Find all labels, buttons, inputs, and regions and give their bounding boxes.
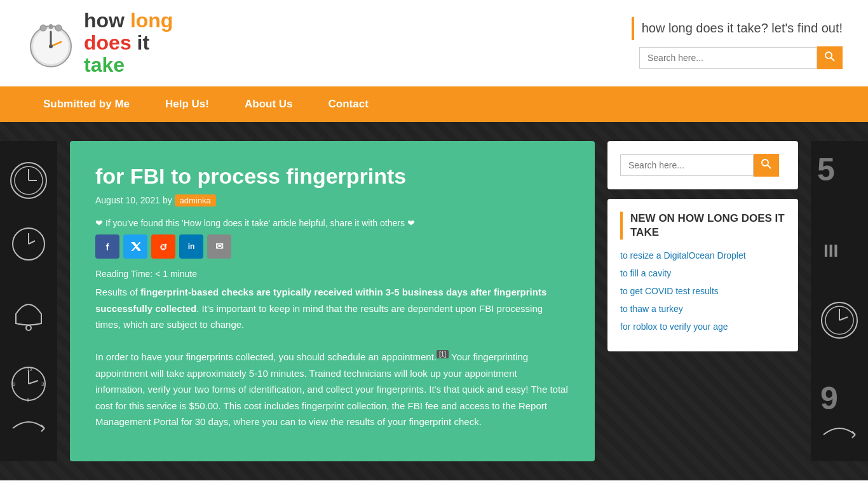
twitter-share-button[interactable]: [123, 234, 147, 259]
svg-point-25: [158, 241, 169, 252]
nav-item-helpus[interactable]: Help Us!: [147, 86, 227, 122]
sidebar-link-5[interactable]: for roblox to verify your age: [620, 322, 728, 332]
sidebar-new-posts: NEW ON HOW LONG DOES IT TAKE to resize a…: [607, 199, 798, 351]
sidebar-search-input[interactable]: [620, 154, 754, 176]
share-bar: ❤ If you've found this 'How long does it…: [95, 218, 569, 259]
tagline-bar: [632, 17, 634, 40]
article-title: for FBI to process fingerprints: [95, 163, 569, 189]
article-paragraph-1: Results of fingerprint-based checks are …: [95, 284, 569, 333]
svg-text:3: 3: [41, 381, 44, 387]
reading-time: Reading Time: < 1 minute: [95, 269, 569, 279]
email-share-button[interactable]: ✉: [207, 234, 231, 259]
header-search-button[interactable]: [817, 46, 843, 69]
svg-text:6: 6: [27, 397, 30, 403]
linkedin-share-button[interactable]: in: [179, 234, 203, 259]
sidebar-link-1[interactable]: to resize a DigitalOcean Droplet: [620, 250, 746, 261]
search-icon: [825, 51, 835, 62]
svg-rect-5: [49, 24, 53, 29]
svg-text:5: 5: [817, 152, 835, 187]
svg-point-27: [161, 247, 163, 248]
sidebar-search-bar: [620, 154, 785, 177]
sidebar-new-title: NEW ON HOW LONG DOES IT TAKE: [620, 212, 785, 240]
sidebar-search-button[interactable]: [754, 154, 779, 177]
sidebar-link-2[interactable]: to fill a cavity: [620, 268, 671, 278]
twitter-icon: [130, 242, 140, 251]
article-text-2: In order to have your fingerprints colle…: [95, 351, 437, 362]
svg-line-30: [163, 245, 166, 246]
list-item: to thaw a turkey: [620, 303, 785, 315]
svg-point-17: [26, 325, 31, 330]
reddit-share-button[interactable]: [151, 234, 175, 259]
reference-tag: [1]: [437, 350, 449, 358]
logo-text: how long does it take: [84, 10, 173, 77]
logo-area: how long does it take: [25, 10, 173, 77]
doodle-right: 5 III 9: [811, 141, 868, 461]
svg-text:III: III: [824, 241, 838, 261]
nav-item-submitted[interactable]: Submitted by Me: [25, 86, 147, 122]
nav: Submitted by Me Help Us! About Us Contac…: [0, 86, 868, 122]
nav-link-aboutus[interactable]: About Us: [227, 86, 311, 122]
svg-line-9: [831, 58, 834, 61]
svg-line-38: [839, 317, 848, 320]
svg-text:12: 12: [27, 367, 32, 372]
nav-item-aboutus[interactable]: About Us: [227, 86, 311, 122]
header-right: how long does it take? let's find out!: [632, 17, 843, 69]
svg-text:9: 9: [13, 381, 16, 387]
article-date: August 10, 2021: [95, 195, 160, 205]
tagline: how long does it take? let's find out!: [642, 21, 843, 36]
share-message: ❤ If you've found this 'How long does it…: [95, 218, 569, 228]
nav-link-helpus[interactable]: Help Us!: [147, 86, 227, 122]
list-item: to resize a DigitalOcean Droplet: [620, 250, 785, 261]
tagline-area: how long does it take? let's find out!: [632, 17, 843, 40]
article-by: by: [163, 195, 175, 205]
share-icons: f: [95, 234, 569, 259]
svg-line-16: [29, 241, 35, 244]
svg-point-31: [762, 159, 768, 166]
article-area: for FBI to process fingerprints August 1…: [70, 141, 595, 461]
sidebar: NEW ON HOW LONG DOES IT TAKE to resize a…: [607, 141, 798, 461]
list-item: for roblox to verify your age: [620, 321, 785, 332]
doodle-left: 12 3 6 9: [0, 141, 57, 461]
nav-link-submitted[interactable]: Submitted by Me: [25, 86, 147, 122]
svg-point-7: [55, 25, 62, 31]
svg-point-6: [40, 25, 46, 31]
sidebar-new-list: to resize a DigitalOcean Droplet to fill…: [620, 250, 785, 332]
sidebar-link-4[interactable]: to thaw a turkey: [620, 304, 683, 314]
article-paragraph-2: In order to have your fingerprints colle…: [95, 349, 569, 430]
svg-point-28: [165, 247, 166, 248]
svg-text:9: 9: [820, 381, 838, 416]
sidebar-search-box: [607, 141, 798, 189]
article-meta: August 10, 2021 by adminka: [95, 195, 569, 205]
svg-point-4: [49, 44, 53, 48]
list-item: to get COVID test results: [620, 285, 785, 297]
header-search-bar: [639, 46, 843, 69]
sidebar-link-3[interactable]: to get COVID test results: [620, 286, 719, 296]
svg-line-32: [768, 165, 771, 168]
facebook-share-button[interactable]: f: [95, 234, 119, 259]
article-body: Results of fingerprint-based checks are …: [95, 284, 569, 430]
article-author: adminka: [175, 194, 216, 207]
nav-link-contact[interactable]: Contact: [311, 86, 386, 122]
clock-icon: [25, 18, 76, 69]
search-icon: [761, 159, 771, 169]
header-search-input[interactable]: [639, 47, 817, 69]
svg-line-20: [29, 381, 38, 384]
reddit-icon: [158, 241, 169, 252]
header: how long does it take how long does it t…: [0, 0, 868, 86]
svg-point-8: [825, 52, 832, 58]
page-bg: 12 3 6 9 for FBI to process fingerprints…: [0, 122, 868, 480]
article-text-3: Your fingerprinting appointment will tak…: [95, 351, 568, 427]
main-content: for FBI to process fingerprints August 1…: [57, 141, 811, 461]
nav-item-contact[interactable]: Contact: [311, 86, 386, 122]
list-item: to fill a cavity: [620, 268, 785, 279]
